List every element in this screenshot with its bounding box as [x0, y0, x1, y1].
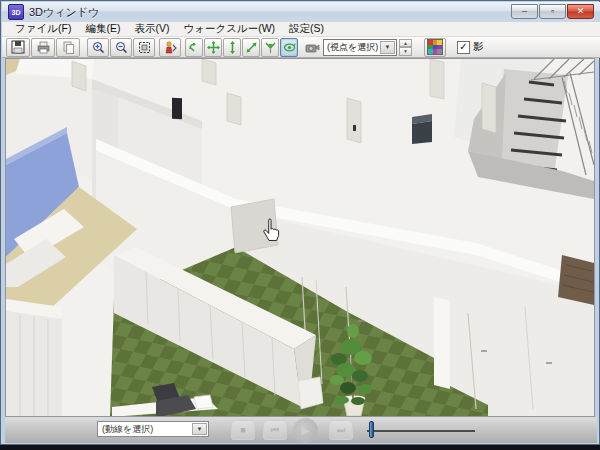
camera-icon	[305, 42, 320, 53]
orbit-icon	[283, 41, 296, 54]
copy-icon	[62, 41, 75, 54]
scene-3d	[6, 59, 594, 416]
desk-monitor	[194, 395, 213, 409]
tilt-view-icon	[264, 41, 277, 54]
screen: 3D 3Dウィンドウ – ▫ ✕ ファイル(F) 編集(E) 表示(V) ウォー…	[0, 0, 600, 450]
pan-view-icon	[207, 41, 220, 54]
play-icon: ▶	[301, 424, 309, 437]
zoom-in-button[interactable]	[87, 38, 109, 57]
zoom-in-icon	[92, 41, 105, 54]
save-icon	[11, 40, 25, 54]
palette-icon	[427, 39, 443, 55]
next-button[interactable]: ⏭	[329, 420, 353, 440]
copy-button[interactable]	[56, 38, 80, 57]
shadow-checkbox[interactable]: ✓	[457, 41, 470, 54]
play-button[interactable]: ▶	[293, 418, 318, 443]
viewpoint-spinner[interactable]: ▲ ▼	[399, 39, 412, 56]
dolly-button[interactable]	[242, 38, 260, 57]
previous-icon: ⏮	[271, 425, 279, 436]
flowline-select[interactable]: (動線を選択) ▼	[97, 421, 209, 437]
previous-button[interactable]: ⏮	[263, 420, 287, 440]
wall-dark-panel	[172, 98, 182, 120]
viewpoint-select-arrow[interactable]: ▼	[380, 41, 395, 54]
fit-view-button[interactable]	[133, 38, 155, 57]
menu-view[interactable]: 表示(V)	[127, 21, 176, 37]
appliance-box	[412, 121, 432, 144]
move-vertical-button[interactable]	[223, 38, 241, 57]
next-icon: ⏭	[337, 425, 345, 436]
viewpoint-select[interactable]: (視点を選択) ▼	[323, 39, 397, 56]
zoom-out-button[interactable]	[110, 38, 132, 57]
menu-file[interactable]: ファイル(F)	[8, 21, 78, 37]
title-bar[interactable]: 3D 3Dウィンドウ – ▫ ✕	[2, 2, 600, 22]
menu-walkthrough[interactable]: ウォークスルー(W)	[176, 21, 282, 37]
reset-view-icon	[164, 41, 177, 54]
stop-icon: ■	[240, 425, 245, 435]
tilt-view-button[interactable]	[261, 38, 279, 57]
slider-handle[interactable]	[369, 421, 374, 438]
menu-bar: ファイル(F) 編集(E) 表示(V) ウォークスルー(W) 設定(S)	[2, 22, 600, 37]
save-button[interactable]	[6, 38, 30, 57]
viewpoint-select-value: (視点を選択)	[327, 41, 378, 54]
drawer-unit	[298, 377, 323, 409]
print-button[interactable]	[31, 38, 55, 57]
orbit-button[interactable]	[280, 38, 298, 57]
print-icon	[36, 41, 51, 54]
menu-edit[interactable]: 編集(E)	[78, 21, 127, 37]
viewport-3d[interactable]	[5, 58, 595, 417]
desktop-background-strip	[0, 445, 600, 450]
app-window: 3D 3Dウィンドウ – ▫ ✕ ファイル(F) 編集(E) 表示(V) ウォー…	[0, 0, 600, 445]
menu-settings[interactable]: 設定(S)	[282, 21, 331, 37]
window-title: 3Dウィンドウ	[29, 5, 99, 20]
shadow-label: 影	[473, 40, 484, 54]
reset-view-button[interactable]	[159, 38, 181, 57]
pan-view-button[interactable]	[204, 38, 222, 57]
wood-floor	[558, 255, 594, 305]
move-vertical-icon	[227, 41, 238, 54]
material-palette-button[interactable]	[424, 38, 446, 57]
toolbar: (視点を選択) ▼ ▲ ▼ ✓ 影	[2, 37, 600, 58]
slider-track[interactable]	[367, 430, 475, 432]
rotate-view-button[interactable]	[185, 38, 203, 57]
playback-bar: (動線を選択) ▼ ■ ⏮ ▶ ⏭	[5, 417, 597, 443]
door-opening-edge	[434, 297, 450, 389]
flowline-select-value: (動線を選択)	[102, 423, 153, 436]
dolly-icon	[245, 41, 258, 54]
timeline-slider[interactable]	[363, 417, 483, 443]
door-dark-handle	[353, 125, 356, 131]
spinner-up-icon[interactable]: ▲	[399, 39, 412, 48]
zoom-out-icon	[115, 41, 128, 54]
maximize-button[interactable]: ▫	[539, 4, 566, 19]
fit-view-icon	[138, 41, 151, 54]
rotate-view-icon	[188, 41, 201, 54]
stop-button[interactable]: ■	[231, 420, 255, 440]
spinner-down-icon[interactable]: ▼	[399, 47, 412, 56]
minimize-button[interactable]: –	[511, 4, 538, 19]
app-icon: 3D	[8, 4, 24, 20]
close-button[interactable]: ✕	[567, 4, 594, 19]
shadow-toggle[interactable]: ✓ 影	[457, 40, 484, 54]
flowline-select-arrow[interactable]: ▼	[192, 423, 207, 435]
